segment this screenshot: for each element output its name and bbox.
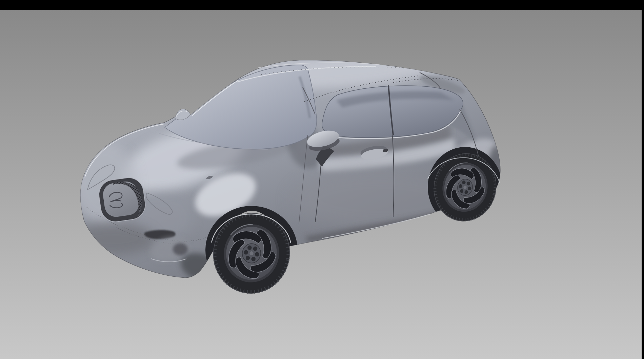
letterbox-right-bar: [642, 0, 644, 359]
letterbox-top-bar: [0, 0, 644, 10]
3d-viewport[interactable]: [0, 0, 644, 359]
grille-panel: [102, 180, 141, 218]
cad-render-window: [0, 0, 644, 359]
intake-inner-shadow: [173, 243, 188, 255]
front-grille: [97, 176, 147, 224]
